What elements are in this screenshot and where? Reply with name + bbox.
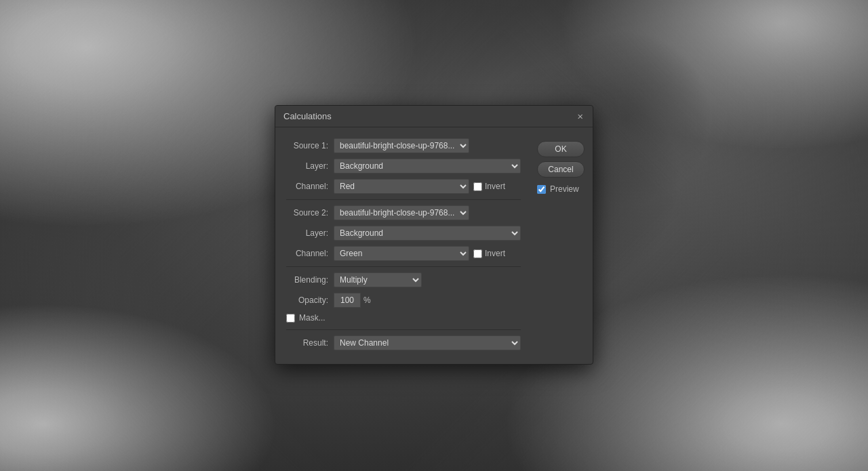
source1-row: Source 1: beautiful-bright-close-up-9768… [286, 138, 521, 153]
separator1 [286, 199, 521, 200]
preview-row: Preview [537, 184, 585, 194]
layer2-row: Layer: Background [286, 226, 521, 241]
separator2 [286, 266, 521, 267]
result-select[interactable]: New Channel New Document Selection [334, 335, 521, 350]
channel2-invert-label: Invert [485, 249, 505, 258]
source2-select[interactable]: beautiful-bright-close-up-9768... [334, 205, 469, 220]
channel2-label: Channel: [286, 249, 334, 258]
calculations-dialog: Calculations × Source 1: beautiful-brigh… [275, 105, 593, 365]
dialog-overlay: Calculations × Source 1: beautiful-brigh… [0, 0, 868, 471]
dialog-titlebar: Calculations × [275, 106, 593, 127]
dialog-title: Calculations [283, 111, 332, 121]
layer1-select[interactable]: Background [334, 159, 521, 173]
layer2-select[interactable]: Background [334, 226, 521, 241]
opacity-input[interactable]: 100 [334, 293, 361, 308]
blending-select[interactable]: Normal Multiply Screen Overlay Darken Li… [334, 272, 422, 287]
channel2-invert-group: Invert [473, 249, 505, 258]
dialog-body: Source 1: beautiful-bright-close-up-9768… [275, 127, 593, 364]
ok-button[interactable]: OK [537, 141, 585, 157]
channel2-select[interactable]: Red Green Blue Gray [334, 246, 469, 261]
blending-row: Blending: Normal Multiply Screen Overlay… [286, 272, 521, 287]
source2-row: Source 2: beautiful-bright-close-up-9768… [286, 205, 521, 220]
source1-select[interactable]: beautiful-bright-close-up-9768... [334, 138, 469, 153]
channel1-invert-group: Invert [473, 182, 505, 191]
dialog-main: Source 1: beautiful-bright-close-up-9768… [275, 136, 532, 356]
layer1-row: Layer: Background [286, 159, 521, 173]
separator3 [286, 329, 521, 330]
result-row: Result: New Channel New Document Selecti… [286, 335, 521, 350]
mask-row: Mask... [286, 313, 521, 323]
channel2-invert-checkbox[interactable] [473, 249, 482, 258]
source1-label: Source 1: [286, 141, 334, 150]
opacity-label: Opacity: [286, 295, 334, 305]
layer1-label: Layer: [286, 161, 334, 171]
opacity-row: Opacity: 100 % [286, 293, 521, 308]
opacity-unit: % [363, 295, 371, 305]
channel1-invert-checkbox[interactable] [473, 182, 482, 191]
mask-checkbox[interactable] [286, 314, 295, 323]
cancel-button[interactable]: Cancel [537, 161, 585, 178]
channel1-row: Channel: Red Green Blue Gray Invert [286, 179, 521, 194]
preview-checkbox[interactable] [537, 185, 546, 194]
blending-label: Blending: [286, 275, 334, 285]
mask-label: Mask... [299, 313, 326, 323]
channel1-select[interactable]: Red Green Blue Gray [334, 179, 469, 194]
result-label: Result: [286, 338, 334, 348]
source2-label: Source 2: [286, 208, 334, 218]
channel2-row: Channel: Red Green Blue Gray Invert [286, 246, 521, 261]
dialog-actions: OK Cancel Preview [532, 136, 593, 356]
layer2-label: Layer: [286, 228, 334, 238]
channel1-invert-label: Invert [485, 182, 505, 191]
channel1-label: Channel: [286, 182, 334, 191]
preview-label: Preview [550, 184, 579, 194]
close-button[interactable]: × [576, 111, 585, 121]
